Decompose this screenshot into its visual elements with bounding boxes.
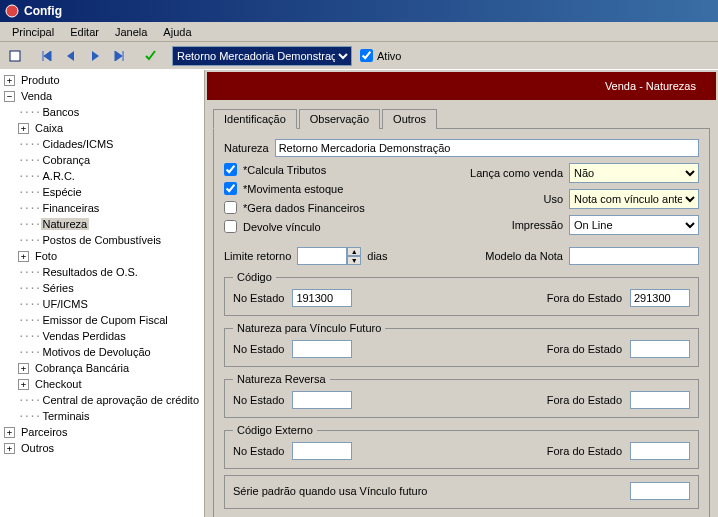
tree-produto[interactable]: +Produto [0, 72, 204, 88]
lanca-venda-select[interactable]: Não [569, 163, 699, 183]
toolbar: Retorno Mercadoria Demonstração Ativo [0, 42, 718, 70]
tab-panel: Natureza *Calcula Tributos *Movimenta es… [213, 129, 710, 517]
tree-checkout[interactable]: +Checkout [0, 376, 204, 392]
section-banner: Venda - Naturezas [207, 72, 716, 100]
nav-next-button[interactable] [84, 45, 106, 67]
svg-point-0 [6, 5, 18, 17]
tree-terminais[interactable]: ····Terminais [0, 408, 204, 424]
expand-icon[interactable]: + [4, 427, 15, 438]
tree-cobbanc[interactable]: +Cobrança Bancária [0, 360, 204, 376]
serie-padrao-input[interactable] [630, 482, 690, 500]
menu-janela[interactable]: Janela [107, 24, 155, 40]
tree-caixa[interactable]: +Caixa [0, 120, 204, 136]
impressao-select[interactable]: On Line [569, 215, 699, 235]
devolve-vinculo-checkbox[interactable] [224, 220, 237, 233]
expand-icon[interactable]: + [18, 363, 29, 374]
svg-rect-1 [10, 51, 20, 61]
expand-icon[interactable]: + [18, 123, 29, 134]
spin-up-icon[interactable]: ▲ [347, 247, 361, 256]
app-icon [4, 3, 20, 19]
ext-noestado-input[interactable] [292, 442, 352, 460]
ext-foraestado-input[interactable] [630, 442, 690, 460]
menubar: Principal Editar Janela Ajuda [0, 22, 718, 42]
tree-central[interactable]: ····Central de aprovação de crédito [0, 392, 204, 408]
vinc-noestado-input[interactable] [292, 340, 352, 358]
nav-last-button[interactable] [108, 45, 130, 67]
tree-outros[interactable]: +Outros [0, 440, 204, 456]
ativo-checkbox[interactable] [360, 49, 373, 62]
limite-retorno-input[interactable] [297, 247, 347, 265]
confirm-button[interactable] [140, 45, 162, 67]
serie-padrao-fieldset: Série padrão quando usa Vínculo futuro [224, 475, 699, 509]
tab-observacao[interactable]: Observação [299, 109, 380, 129]
tree-venda[interactable]: −Venda [0, 88, 204, 104]
toolbar-natureza-select[interactable]: Retorno Mercadoria Demonstração [172, 46, 352, 66]
rev-noestado-input[interactable] [292, 391, 352, 409]
uso-select[interactable]: Nota com vínculo anterior [569, 189, 699, 209]
codigo-externo-fieldset: Código Externo No Estado Fora do Estado [224, 424, 699, 469]
tree-motivos[interactable]: ····Motivos de Devolução [0, 344, 204, 360]
tree-emissor[interactable]: ····Emissor de Cupom Fiscal [0, 312, 204, 328]
collapse-icon[interactable]: − [4, 91, 15, 102]
movimenta-estoque-checkbox[interactable] [224, 182, 237, 195]
tree-postos[interactable]: ····Postos de Combustíveis [0, 232, 204, 248]
limite-retorno-spinner[interactable]: ▲▼ [297, 247, 361, 265]
codigo-foraestado-input[interactable] [630, 289, 690, 307]
tree-cobranca[interactable]: ····Cobrança [0, 152, 204, 168]
tool-new-button[interactable] [4, 45, 26, 67]
rev-foraestado-input[interactable] [630, 391, 690, 409]
content-area: Venda - Naturezas Identificação Observaç… [205, 70, 718, 517]
expand-icon[interactable]: + [4, 75, 15, 86]
expand-icon[interactable]: + [18, 379, 29, 390]
expand-icon[interactable]: + [4, 443, 15, 454]
natureza-input[interactable] [275, 139, 699, 157]
tree-resultados[interactable]: ····Resultados de O.S. [0, 264, 204, 280]
nav-prev-button[interactable] [60, 45, 82, 67]
vinc-foraestado-input[interactable] [630, 340, 690, 358]
tree-cidades[interactable]: ····Cidades/ICMS [0, 136, 204, 152]
tree-uficms[interactable]: ····UF/ICMS [0, 296, 204, 312]
tree-bancos[interactable]: ····Bancos [0, 104, 204, 120]
tree-arc[interactable]: ····A.R.C. [0, 168, 204, 184]
tree-parceiros[interactable]: +Parceiros [0, 424, 204, 440]
tab-outros[interactable]: Outros [382, 109, 437, 129]
reversa-fieldset: Natureza Reversa No Estado Fora do Estad… [224, 373, 699, 418]
natureza-label: Natureza [224, 142, 269, 154]
calcula-tributos-checkbox[interactable] [224, 163, 237, 176]
menu-principal[interactable]: Principal [4, 24, 62, 40]
codigo-noestado-input[interactable] [292, 289, 352, 307]
ativo-checkbox-label[interactable]: Ativo [360, 49, 401, 62]
menu-editar[interactable]: Editar [62, 24, 107, 40]
nav-first-button[interactable] [36, 45, 58, 67]
titlebar: Config [0, 0, 718, 22]
tree-view[interactable]: +Produto −Venda ····Bancos +Caixa ····Ci… [0, 70, 205, 517]
modelo-nota-input[interactable] [569, 247, 699, 265]
vinculo-futuro-fieldset: Natureza para Vínculo Futuro No Estado F… [224, 322, 699, 367]
tabs: Identificação Observação Outros [213, 108, 710, 129]
expand-icon[interactable]: + [18, 251, 29, 262]
codigo-fieldset: Código No Estado Fora do Estado [224, 271, 699, 316]
tree-vperdidas[interactable]: ····Vendas Perdidas [0, 328, 204, 344]
tree-series[interactable]: ····Séries [0, 280, 204, 296]
tree-natureza[interactable]: ····Natureza [0, 216, 204, 232]
tab-identificacao[interactable]: Identificação [213, 109, 297, 129]
tree-especie[interactable]: ····Espécie [0, 184, 204, 200]
spin-down-icon[interactable]: ▼ [347, 256, 361, 265]
tree-foto[interactable]: +Foto [0, 248, 204, 264]
menu-ajuda[interactable]: Ajuda [155, 24, 199, 40]
gera-financeiros-checkbox[interactable] [224, 201, 237, 214]
window-title: Config [24, 4, 62, 18]
tree-financeiras[interactable]: ····Financeiras [0, 200, 204, 216]
